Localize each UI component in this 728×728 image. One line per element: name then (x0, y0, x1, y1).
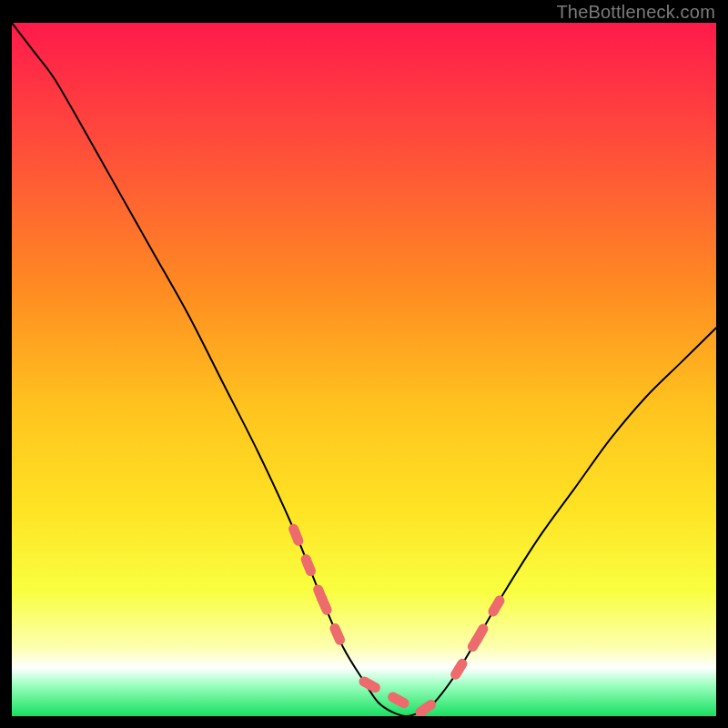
bottleneck-chart (12, 23, 716, 716)
chart-frame (12, 23, 716, 716)
gradient-background (12, 23, 716, 716)
watermark-text: TheBottleneck.com (556, 2, 715, 23)
